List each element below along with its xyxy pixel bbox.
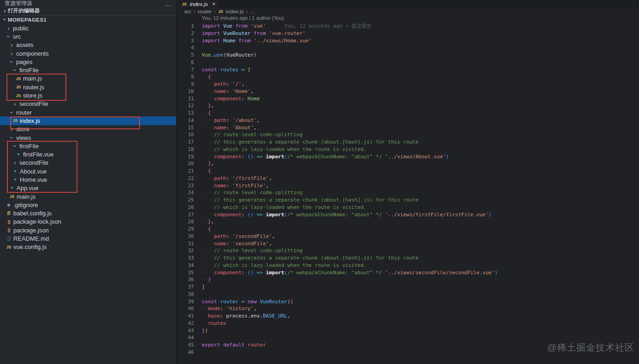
tree-item-package.json[interactable]: {}package.json	[0, 226, 176, 234]
code-line[interactable]: 16····//·route·level·code-splitting	[177, 131, 639, 139]
code-line[interactable]: 25····//·this·generates·a·separate·chunk…	[177, 196, 639, 204]
breadcrumb-file[interactable]: index.js	[226, 9, 244, 14]
code-line[interactable]: 9····path:·'/',	[177, 81, 639, 88]
tree-item-assets[interactable]: assets	[0, 41, 176, 49]
code-line[interactable]: 3import·Home·from·'../views/Home.vue'	[177, 37, 639, 45]
code-line[interactable]: 21··{	[177, 168, 639, 175]
code-line[interactable]: 34····//·which·is·lazy-loaded·when·the·r…	[177, 262, 639, 269]
tree-item-main.js[interactable]: JSmain.js	[0, 192, 176, 201]
tree-item-src[interactable]: src	[0, 32, 176, 40]
code-line-content: ····//·route·level·code-splitting	[202, 248, 303, 254]
line-number: 26	[177, 204, 194, 211]
code-line[interactable]: 39const·router·=·new·VueRouter({	[177, 298, 639, 306]
code-line[interactable]: 33····//·this·generates·a·separate·chunk…	[177, 254, 639, 262]
line-number: 33	[177, 254, 194, 262]
breadcrumb-src[interactable]: src	[184, 9, 191, 14]
breadcrumb-symbol-more[interactable]: …	[250, 9, 256, 14]
code-line[interactable]: 7const·routes·=·[	[177, 66, 639, 74]
tree-item-vue.config.js[interactable]: JSvue.config.js	[0, 243, 176, 251]
tree-item-label: router	[16, 109, 32, 116]
code-line[interactable]: 5Vue.use(VueRouter)	[177, 52, 639, 59]
close-icon[interactable]: ✕	[212, 1, 216, 6]
tree-item-label: index.js	[20, 117, 40, 124]
code-line[interactable]: 12··},	[177, 102, 639, 110]
code-line[interactable]: 20··},	[177, 160, 639, 168]
code-line[interactable]: 14····path:·'/about',	[177, 117, 639, 124]
tree-item-.gitignore[interactable]: ◆.gitignore	[0, 201, 176, 209]
tree-item-package-lock.json[interactable]: {}package-lock.json	[0, 218, 176, 226]
breadcrumb-router[interactable]: router	[198, 9, 211, 14]
tree-item-app.vue[interactable]: ▼App.vue	[0, 184, 176, 192]
breadcrumb: src › router › JS index.js › …	[177, 8, 639, 15]
project-root-item[interactable]: MOREPAGES1	[0, 16, 176, 23]
code-line[interactable]: 22····path:·'/firstFile',	[177, 175, 639, 182]
json-file-icon: {}	[6, 220, 12, 224]
tree-item-about.vue[interactable]: ▼About.vue	[0, 167, 176, 175]
code-line-content: ··{	[202, 168, 211, 174]
code-line[interactable]: 37]	[177, 283, 639, 291]
tree-item-index.js[interactable]: JSindex.js	[0, 116, 176, 125]
tree-item-components[interactable]: components	[0, 49, 176, 58]
code-line[interactable]: 38	[177, 291, 639, 298]
chevron-down-icon	[9, 134, 15, 141]
code-line[interactable]: 4	[177, 44, 639, 52]
gitlens-authors-lens[interactable]: You, 12 minutes ago | 1 author (You)	[202, 15, 284, 23]
code-line[interactable]: 29··{	[177, 225, 639, 233]
code-line[interactable]: 35····component:·()·=>·import(/*·webpack…	[177, 269, 639, 277]
line-number: 15	[177, 124, 194, 132]
code-line[interactable]: 32····//·route·level·code-splitting	[177, 247, 639, 254]
code-line[interactable]: 28··},	[177, 218, 639, 225]
chevron-down-icon	[9, 109, 15, 116]
more-actions-icon[interactable]: …	[164, 0, 171, 7]
tree-item-secondfile[interactable]: secondFile	[0, 100, 176, 108]
code-line[interactable]: 18····//·which·is·lazy-loaded·when·the·r…	[177, 146, 639, 153]
git-file-icon: ◆	[6, 202, 12, 207]
chevron-right-icon	[9, 50, 15, 57]
code-line[interactable]: 17····//·this·generates·a·separate·chunk…	[177, 139, 639, 146]
code-line[interactable]: 19····component:·()·=>·import(/*·webpack…	[177, 153, 639, 161]
tree-item-babel.config.js[interactable]: Bbabel.config.js	[0, 209, 176, 218]
tree-item-readme.md[interactable]: ⓘREADME.md	[0, 234, 176, 243]
code-line[interactable]: 8··{	[177, 73, 639, 81]
json-file-icon: {}	[6, 228, 12, 232]
code-line[interactable]: 11····component:·Home	[177, 95, 639, 103]
code-line[interactable]: 13··{	[177, 110, 639, 117]
tree-item-secondfile[interactable]: secondFile	[0, 159, 176, 167]
tree-item-firstfile[interactable]: firstFile	[0, 142, 176, 150]
line-number: 11	[177, 95, 194, 103]
code-line[interactable]: 24····//·route·level·code-splitting	[177, 189, 639, 196]
tree-item-firstfile.vue[interactable]: ▼firstFile.vue	[0, 150, 176, 158]
code-line[interactable]: 26····//·which·is·lazy-loaded·when·the·r…	[177, 204, 639, 211]
code-line[interactable]: 31····name:·'secondFile',	[177, 240, 639, 248]
code-line[interactable]: 43})	[177, 327, 639, 335]
tree-item-views[interactable]: views	[0, 133, 176, 142]
code-line[interactable]: 44	[177, 334, 639, 341]
code-line[interactable]: 27····component:·()·=>·import(/*·webpack…	[177, 211, 639, 219]
code-line[interactable]: 23····name:·'firstFile',	[177, 182, 639, 190]
tree-item-router[interactable]: router	[0, 108, 176, 116]
tab-indexjs[interactable]: JS index.js ✕	[177, 0, 220, 8]
code-line[interactable]: 6	[177, 59, 639, 66]
tree-item-public[interactable]: public	[0, 24, 176, 32]
code-line[interactable]: 36··}	[177, 276, 639, 283]
tree-item-router.js[interactable]: JSrouter.js	[0, 83, 176, 91]
code-line-content: ····component:·()·=>·import(/*·webpackCh…	[202, 154, 449, 160]
tree-item-pages[interactable]: pages	[0, 58, 176, 66]
vue-file-icon: ▼	[15, 152, 22, 156]
open-editors-section[interactable]: 打开的编辑器	[0, 7, 176, 15]
code-line[interactable]: 42··routes	[177, 320, 639, 327]
code-line[interactable]: 15····name:·'About',	[177, 124, 639, 132]
tree-item-store.js[interactable]: JSstore.js	[0, 91, 176, 99]
code-line[interactable]: 2import·VueRouter·from·'vue-router'	[177, 30, 639, 37]
tree-item-home.vue[interactable]: ▼Home.vue	[0, 175, 176, 184]
code-editor: 1import·Vue·from·'vue'You, 12 minutes ag…	[177, 23, 639, 356]
code-line[interactable]: 40··mode:·'history',	[177, 305, 639, 312]
line-number: 40	[177, 305, 194, 312]
tree-item-store[interactable]: store	[0, 125, 176, 133]
code-line[interactable]: 10····name:·'Home',	[177, 88, 639, 95]
code-line[interactable]: 41··base:·process.env.BASE_URL,	[177, 312, 639, 320]
code-line[interactable]: 30····path:·'/secondFile',	[177, 233, 639, 240]
code-line[interactable]: 1import·Vue·from·'vue'You, 12 minutes ag…	[177, 23, 639, 30]
tree-item-firstfile[interactable]: firstFile	[0, 66, 176, 74]
tree-item-main.js[interactable]: JSmain.js	[0, 75, 176, 83]
